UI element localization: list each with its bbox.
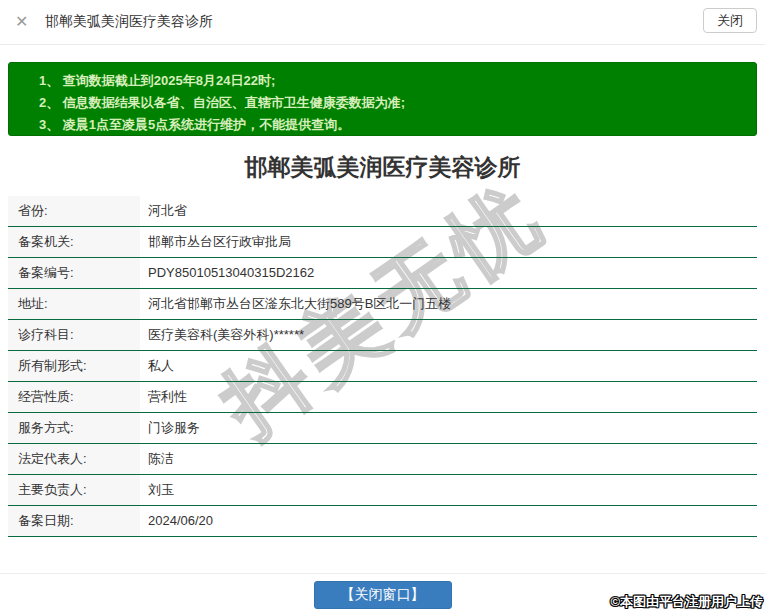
- field-label: 地址:: [8, 289, 140, 319]
- table-row: 服务方式: 门诊服务: [8, 413, 757, 444]
- field-value: 河北省: [140, 196, 757, 226]
- page-title: 邯郸美弧美润医疗美容诊所: [0, 152, 765, 183]
- field-label: 法定代表人:: [8, 444, 140, 474]
- field-value: 陈洁: [140, 444, 757, 474]
- field-value: 2024/06/20: [140, 506, 757, 536]
- field-value: 门诊服务: [140, 413, 757, 443]
- title-bar: ✕ 邯郸美弧美润医疗美容诊所 关闭: [0, 0, 765, 45]
- table-row: 备案编号: PDY85010513040315D2162: [8, 258, 757, 289]
- close-button[interactable]: 关闭: [703, 8, 757, 33]
- table-row: 经营性质: 营利性: [8, 382, 757, 413]
- field-value: PDY85010513040315D2162: [140, 258, 757, 288]
- table-row: 地址: 河北省邯郸市丛台区滏东北大街589号B区北一门五楼: [8, 289, 757, 320]
- notice-line-2: 2、 信息数据结果以各省、自治区、直辖市卫生健康委数据为准;: [39, 92, 746, 114]
- field-value: 邯郸市丛台区行政审批局: [140, 227, 757, 257]
- table-row: 主要负责人: 刘玉: [8, 475, 757, 506]
- table-row: 所有制形式: 私人: [8, 351, 757, 382]
- field-label: 服务方式:: [8, 413, 140, 443]
- table-row: 诊疗科目: 医疗美容科(美容外科)******: [8, 320, 757, 351]
- notice-banner: 1、 查询数据截止到2025年8月24日22时; 2、 信息数据结果以各省、自治…: [8, 62, 757, 136]
- field-value: 医疗美容科(美容外科)******: [140, 320, 757, 350]
- field-label: 备案机关:: [8, 227, 140, 257]
- close-icon[interactable]: ✕: [15, 12, 28, 32]
- table-row: 备案机关: 邯郸市丛台区行政审批局: [8, 227, 757, 258]
- dialog-title: 邯郸美弧美润医疗美容诊所: [45, 13, 213, 31]
- field-label: 所有制形式:: [8, 351, 140, 381]
- record-dialog: ✕ 邯郸美弧美润医疗美容诊所 关闭 1、 查询数据截止到2025年8月24日22…: [0, 0, 765, 611]
- table-row: 法定代表人: 陈洁: [8, 444, 757, 475]
- field-value: 刘玉: [140, 475, 757, 505]
- field-value: 河北省邯郸市丛台区滏东北大街589号B区北一门五楼: [140, 289, 757, 319]
- field-label: 备案编号:: [8, 258, 140, 288]
- field-label: 省份:: [8, 196, 140, 226]
- field-label: 备案日期:: [8, 506, 140, 536]
- notice-line-3: 3、 凌晨1点至凌晨5点系统进行维护，不能提供查询。: [39, 114, 746, 136]
- field-label: 诊疗科目:: [8, 320, 140, 350]
- table-row: 省份: 河北省: [8, 196, 757, 227]
- info-table: 省份: 河北省 备案机关: 邯郸市丛台区行政审批局 备案编号: PDY85010…: [8, 196, 757, 537]
- field-value: 营利性: [140, 382, 757, 412]
- copyright-stamp: ©本图由平台注册用户上传: [610, 593, 763, 611]
- notice-line-1: 1、 查询数据截止到2025年8月24日22时;: [39, 70, 746, 92]
- field-label: 主要负责人:: [8, 475, 140, 505]
- close-window-button[interactable]: 【关闭窗口】: [314, 581, 452, 609]
- table-row: 备案日期: 2024/06/20: [8, 506, 757, 537]
- footer-divider: [0, 573, 765, 574]
- field-label: 经营性质:: [8, 382, 140, 412]
- field-value: 私人: [140, 351, 757, 381]
